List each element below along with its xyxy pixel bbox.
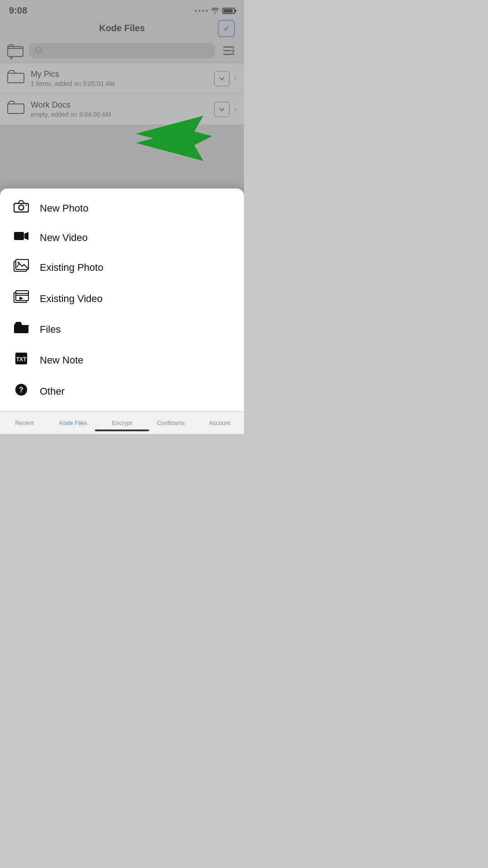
- home-indicator: [95, 429, 149, 431]
- action-other[interactable]: ? Other: [0, 376, 244, 407]
- svg-marker-16: [24, 232, 28, 240]
- action-existing-video[interactable]: Existing Video: [0, 283, 244, 314]
- action-other-label: Other: [40, 386, 65, 397]
- action-existing-photo-label: Existing Photo: [40, 262, 103, 274]
- tab-recent-label: Recent: [15, 420, 33, 426]
- help-icon: ?: [14, 383, 29, 400]
- tab-encrypt-label: Encrypt: [112, 420, 132, 426]
- action-existing-video-label: Existing Video: [40, 293, 103, 305]
- tab-confidants[interactable]: Confidants: [146, 412, 195, 434]
- note-icon: TXT: [14, 352, 29, 368]
- action-new-note[interactable]: TXT New Note: [0, 344, 244, 376]
- action-new-photo-label: New Photo: [40, 203, 89, 214]
- svg-text:TXT: TXT: [16, 356, 27, 363]
- video-camera-icon: [14, 231, 29, 245]
- camera-icon: [14, 200, 29, 216]
- svg-rect-18: [16, 259, 28, 269]
- action-files-label: Files: [40, 324, 61, 335]
- tab-kode-files-label: Kode Files: [59, 420, 87, 426]
- action-new-video-label: New Video: [40, 232, 88, 244]
- folder-filled-icon: [14, 321, 29, 337]
- existing-video-icon: [14, 290, 29, 307]
- tab-confidants-label: Confidants: [157, 420, 185, 426]
- existing-photo-icon: [14, 259, 29, 276]
- action-files[interactable]: Files: [0, 314, 244, 344]
- tab-recent[interactable]: Recent: [0, 412, 49, 434]
- svg-point-13: [19, 205, 24, 210]
- tab-account-label: Account: [209, 420, 230, 426]
- tab-kode-files[interactable]: Kode Files: [49, 412, 98, 434]
- action-new-note-label: New Note: [40, 354, 84, 366]
- action-new-video[interactable]: New Video: [0, 223, 244, 252]
- action-new-photo[interactable]: New Photo: [0, 193, 244, 223]
- action-existing-photo[interactable]: Existing Photo: [0, 252, 244, 283]
- svg-text:?: ?: [19, 386, 23, 394]
- svg-rect-15: [14, 232, 24, 240]
- action-sheet: New Photo New Video Existing Photo: [0, 189, 244, 411]
- svg-point-19: [18, 262, 19, 264]
- svg-point-14: [26, 205, 27, 206]
- tab-account[interactable]: Account: [195, 412, 244, 434]
- svg-rect-25: [14, 325, 28, 333]
